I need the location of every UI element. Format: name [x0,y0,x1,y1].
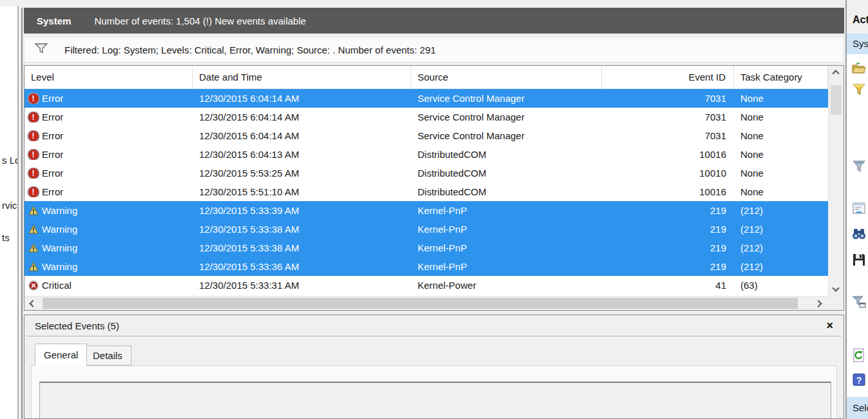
selected-events-panel: Selected Events (5) × General Details [24,315,844,419]
cell-event-id: 7031 [602,112,734,122]
cell-date: 12/30/2015 6:04:13 AM [193,149,411,160]
error-icon: ! [28,187,39,197]
scroll-right-icon[interactable] [811,297,825,310]
actions-section-selected-events[interactable]: Sele [847,397,868,419]
cell-event-id: 41 [602,280,734,291]
column-header-source[interactable]: Source [411,66,602,88]
actions-pane: Acti Syst ? Sele [845,0,868,419]
cell-task-category: (212) [734,242,828,253]
tab-details[interactable]: Details [84,346,131,365]
table-row[interactable]: ! Critical 12/30/2015 5:33:31 AM Kernel-… [24,276,828,295]
cell-source: Service Control Manager [411,112,602,122]
cell-source: Kernel-PnP [411,242,602,253]
actions-section-system[interactable]: Syst [847,34,868,54]
find-icon[interactable] [851,226,867,241]
table-row[interactable]: ! Warning 12/30/2015 5:33:39 AM Kernel-P… [24,201,828,220]
column-header-level[interactable]: Level [24,66,193,88]
cell-task-category: (212) [734,261,828,272]
scroll-up-icon[interactable] [829,67,843,80]
column-header-task-category[interactable]: Task Category [734,66,828,88]
filter-status-text: Filtered: Log: System; Levels: Critical,… [64,44,436,55]
cell-event-id: 7031 [602,93,734,104]
level-icon: ! [28,224,39,235]
tab-general[interactable]: General [35,344,87,366]
level-icon: ! [28,186,39,197]
error-icon: ! [28,150,39,160]
vertical-scroll-thumb[interactable] [831,85,842,115]
cell-date: 12/30/2015 5:33:36 AM [193,261,411,272]
navigation-tree-pane: s Lo rvice ts [0,6,19,419]
cell-event-id: 10016 [602,149,734,160]
tree-item-fragment[interactable]: ts [2,232,10,243]
tree-item-fragment[interactable]: s Lo [2,155,19,166]
scroll-down-icon[interactable] [829,282,843,295]
filter-current-log-icon[interactable] [851,159,867,174]
cell-task-category: None [734,130,828,141]
cell-source: DistributedCOM [411,149,602,160]
cell-date: 12/30/2015 6:04:14 AM [193,112,411,122]
warning-icon [28,206,39,216]
cell-event-id: 7031 [602,130,734,141]
cell-source: Kernel-Power [411,280,602,291]
event-table-body: ! Error 12/30/2015 6:04:14 AM Service Co… [24,89,828,296]
refresh-icon[interactable] [851,347,867,363]
log-name: System [37,15,71,26]
table-row[interactable]: ! Error 12/30/2015 6:04:14 AM Service Co… [24,126,828,145]
log-event-count: Number of events: 1,504 (!) New events a… [94,15,306,26]
cell-level: ! Error [24,186,193,197]
error-icon: ! [28,131,39,141]
column-header-event-id[interactable]: Event ID [602,66,734,88]
log-panel: System Number of events: 1,504 (!) New e… [21,8,844,419]
cell-level: ! Warning [24,242,193,253]
cell-date: 12/30/2015 5:33:39 AM [193,205,411,216]
scroll-left-icon[interactable] [26,297,40,310]
table-row[interactable]: ! Error 12/30/2015 5:53:25 AM Distribute… [24,164,828,182]
error-icon: ! [28,112,39,122]
table-row[interactable]: ! Error 12/30/2015 6:04:14 AM Service Co… [24,108,828,126]
warning-icon [28,262,39,272]
table-row[interactable]: ! Error 12/30/2015 6:04:13 AM Distribute… [24,145,828,164]
cell-task-category: None [734,149,828,160]
column-header-date[interactable]: Date and Time [193,66,411,88]
general-tab-content [31,365,837,419]
cell-level: ! Error [24,168,193,179]
cell-date: 12/30/2015 6:04:14 AM [193,93,411,104]
cell-date: 12/30/2015 6:04:14 AM [193,130,411,141]
selected-events-header: Selected Events (5) × [24,315,844,336]
table-row[interactable]: ! Error 12/30/2015 6:04:14 AM Service Co… [24,89,828,108]
cell-source: Kernel-PnP [411,205,602,216]
cell-event-id: 219 [602,242,734,253]
tree-item-fragment[interactable]: rvice [2,200,19,211]
level-label: Error [42,130,63,141]
open-saved-log-icon[interactable] [851,61,867,76]
close-icon[interactable]: × [826,320,833,331]
save-events-icon[interactable] [851,252,867,268]
help-icon[interactable]: ? [851,372,867,387]
cell-source: Kernel-PnP [411,224,602,235]
horizontal-scroll-thumb[interactable] [43,298,798,309]
event-table-header: Level Date and Time Source Event ID Task… [24,66,828,89]
cell-date: 12/30/2015 5:33:31 AM [193,280,411,291]
cell-date: 12/30/2015 5:53:25 AM [193,168,411,179]
level-icon: ! [28,280,39,291]
level-label: Error [42,186,63,197]
cell-task-category: (212) [734,224,828,235]
table-row[interactable]: ! Warning 12/30/2015 5:33:36 AM Kernel-P… [24,257,828,276]
cell-task-category: (63) [734,280,828,291]
create-custom-view-icon[interactable] [851,82,867,97]
level-label: Error [42,149,63,160]
attach-task-icon[interactable] [851,294,867,309]
horizontal-scrollbar[interactable] [24,296,844,310]
table-row[interactable]: ! Error 12/30/2015 5:51:10 AM Distribute… [24,182,828,201]
level-label: Warning [42,242,77,253]
table-row[interactable]: ! Warning 12/30/2015 5:33:38 AM Kernel-P… [24,239,828,257]
level-label: Error [42,93,63,104]
properties-icon[interactable] [851,200,867,216]
table-row[interactable]: ! Warning 12/30/2015 5:33:38 AM Kernel-P… [24,220,828,239]
cell-level: ! Error [24,93,193,104]
cell-level: ! Error [24,112,193,122]
level-label: Warning [42,224,77,235]
vertical-scrollbar[interactable] [828,66,844,296]
event-description-box [39,382,831,419]
cell-level: ! Warning [24,224,193,235]
